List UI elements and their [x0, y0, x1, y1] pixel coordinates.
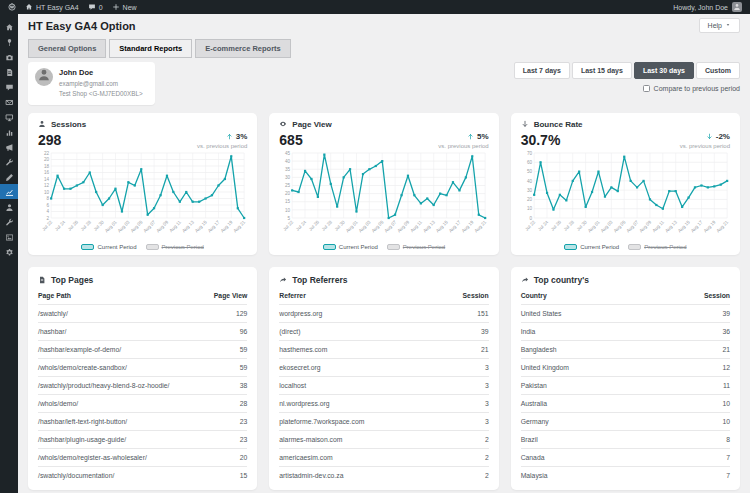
range-last-15-days[interactable]: Last 15 days: [572, 62, 632, 79]
top-referrers-card: Top Referrers Referrer Session wordpress…: [269, 267, 498, 490]
bounce-rate-card: Bounce Rate 30.7% -2% vs. previous perio…: [511, 113, 740, 255]
sidebar-item-settings[interactable]: [0, 244, 18, 259]
help-button[interactable]: Help: [699, 18, 740, 33]
admin-bar-site-link[interactable]: HT Easy GA4: [25, 3, 79, 12]
row-value: 3: [440, 394, 489, 412]
comments-count: 0: [99, 4, 103, 11]
range-last-7-days[interactable]: Last 7 days: [514, 62, 570, 79]
table-row: /hashbar/example-of-demo/59: [38, 340, 247, 358]
row-value: 96: [205, 322, 248, 340]
svg-text:45: 45: [285, 150, 291, 155]
legend-previous-period[interactable]: Previous Period: [387, 244, 445, 250]
range-last-30-days[interactable]: Last 30 days: [634, 62, 694, 79]
legend-swatch-current: [564, 244, 577, 250]
row-label: Pakistan: [521, 376, 657, 394]
svg-text:20: 20: [285, 191, 291, 196]
svg-text:Aug 07: Aug 07: [625, 219, 639, 233]
delta-block: -2% vs. previous period: [680, 132, 730, 149]
sessions-chart: 246810121416182022Jul 22Jul 24Jul 26Jul …: [38, 150, 247, 244]
admin-bar-avatar: [732, 2, 742, 12]
svg-text:12: 12: [44, 183, 50, 188]
row-value: 59: [205, 340, 248, 358]
site-name: HT Easy GA4: [36, 4, 79, 11]
legend-current-period[interactable]: Current Period: [323, 244, 378, 250]
svg-text:Jul 22: Jul 22: [41, 219, 54, 232]
card-title-row: Top Pages: [38, 275, 247, 285]
row-value: 3: [440, 358, 489, 376]
top-pages-table: Page Path Page View /swatchly/129/hashba…: [38, 288, 247, 484]
row-value: 129: [205, 304, 248, 322]
svg-text:25: 25: [285, 183, 291, 188]
account-email: example@gmail.com: [59, 79, 143, 89]
row-label: /hashbar/example-of-demo/: [38, 340, 205, 358]
table-row: Malaysia7: [521, 466, 730, 484]
delta-up-icon: [467, 133, 474, 140]
table-row: americaesim.com2: [279, 448, 488, 466]
avatar: [35, 68, 53, 86]
svg-text:20: 20: [527, 197, 533, 202]
page-view-card: Page View 685 5% vs. previous period 510…: [269, 113, 498, 255]
value-row: 685 5% vs. previous period: [279, 132, 488, 149]
svg-text:8: 8: [47, 196, 50, 201]
row-value: 7: [657, 448, 730, 466]
svg-text:Aug 21: Aug 21: [715, 219, 729, 233]
tab-ecommerce-reports[interactable]: E-commerce Reports: [195, 39, 290, 58]
table-body: /swatchly/129/hashbar/96/hashbar/example…: [38, 304, 247, 484]
row-label: ekosecret.org: [279, 358, 439, 376]
svg-text:Aug 07: Aug 07: [384, 219, 398, 233]
tab-standard-reports[interactable]: Standard Reports: [109, 39, 192, 58]
legend-swatch-previous: [387, 244, 400, 250]
chart-legend: Current Period Previous Period: [279, 244, 488, 250]
row-label: Canada: [521, 448, 657, 466]
wordpress-admin-screen: HT Easy GA4 0 New Howdy, John Doe HT Eas…: [0, 0, 750, 493]
row-label: /whols/demo/create-sandbox/: [38, 358, 205, 376]
row-value: 36: [657, 322, 730, 340]
sessions-icon: [38, 120, 46, 128]
row-label: United Kingdom: [521, 358, 657, 376]
svg-text:Aug 17: Aug 17: [448, 219, 462, 233]
compare-checkbox[interactable]: [643, 85, 650, 92]
wordpress-logo-icon[interactable]: [8, 3, 16, 12]
svg-text:Aug 01: Aug 01: [104, 219, 118, 233]
delta-value: 3%: [236, 132, 248, 141]
table-row: /whols/demo/register-as-wholesaler/20: [38, 448, 247, 466]
svg-text:Jul 26: Jul 26: [308, 219, 321, 232]
row-value: 10: [657, 394, 730, 412]
row-value: 21: [440, 340, 489, 358]
legend-previous-period[interactable]: Previous Period: [628, 244, 686, 250]
row-label: /whols/demo/register-as-wholesaler/: [38, 448, 205, 466]
legend-current-period[interactable]: Current Period: [564, 244, 619, 250]
table-body: United States39India36Bangladesh21United…: [521, 304, 730, 484]
svg-text:10: 10: [44, 189, 50, 194]
table-row: United States39: [521, 304, 730, 322]
svg-text:Aug 17: Aug 17: [689, 219, 703, 233]
card-title: Bounce Rate: [534, 120, 583, 129]
row-label: /swatchly/: [38, 304, 205, 322]
svg-text:50: 50: [527, 169, 533, 174]
tab-bar: General Options Standard Reports E-comme…: [28, 39, 740, 58]
svg-text:Jul 24: Jul 24: [295, 219, 308, 232]
tab-general-options[interactable]: General Options: [28, 39, 106, 58]
table-row: localhost3: [279, 376, 488, 394]
date-controls: Last 7 days Last 15 days Last 30 days Cu…: [514, 62, 740, 92]
wordpress-icon: [8, 3, 16, 12]
table-row: /hashbar/plugin-usage-guide/23: [38, 430, 247, 448]
legend-current-period[interactable]: Current Period: [81, 244, 136, 250]
column-header: Session: [440, 288, 489, 305]
row-value: 8: [657, 430, 730, 448]
share-arrow-icon: [279, 276, 287, 284]
admin-bar-new[interactable]: New: [112, 3, 137, 12]
admin-bar-account[interactable]: Howdy, John Doe: [673, 2, 742, 12]
row-value: 20: [205, 448, 248, 466]
table-row: hasthemes.com21: [279, 340, 488, 358]
range-custom[interactable]: Custom: [696, 62, 740, 79]
svg-text:40: 40: [527, 178, 533, 183]
svg-text:10: 10: [285, 207, 291, 212]
svg-text:Jul 26: Jul 26: [550, 219, 563, 232]
table-row: artistadmin-dev.co.za2: [279, 466, 488, 484]
svg-text:Aug 11: Aug 11: [651, 219, 665, 233]
svg-text:30: 30: [285, 175, 291, 180]
legend-previous-period[interactable]: Previous Period: [146, 244, 204, 250]
admin-bar-comments[interactable]: 0: [88, 3, 103, 12]
svg-text:18: 18: [44, 163, 50, 168]
